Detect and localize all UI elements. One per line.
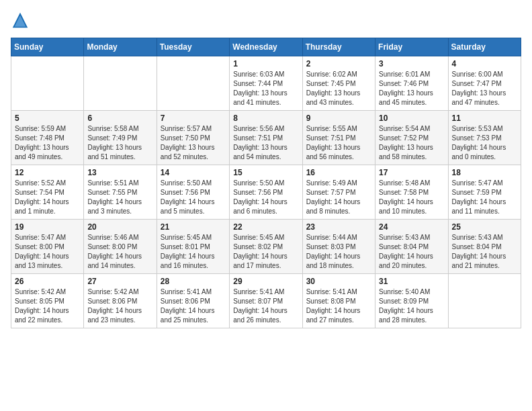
calendar-cell: 21Sunrise: 5:45 AM Sunset: 8:01 PM Dayli… [157,220,229,274]
day-number: 8 [233,113,298,123]
calendar-cell: 27Sunrise: 5:42 AM Sunset: 8:06 PM Dayli… [84,274,157,328]
calendar-week-row: 1Sunrise: 6:03 AM Sunset: 7:44 PM Daylig… [11,56,521,111]
day-info: Sunrise: 6:03 AM Sunset: 7:44 PM Dayligh… [233,70,298,107]
day-info: Sunrise: 5:41 AM Sunset: 8:08 PM Dayligh… [306,287,371,325]
day-header: Friday [375,38,448,56]
calendar-cell: 22Sunrise: 5:45 AM Sunset: 8:02 PM Dayli… [230,220,302,274]
day-info: Sunrise: 5:51 AM Sunset: 7:55 PM Dayligh… [87,179,152,216]
calendar-cell: 10Sunrise: 5:54 AM Sunset: 7:52 PM Dayli… [375,111,448,165]
calendar-cell: 29Sunrise: 5:41 AM Sunset: 8:07 PM Dayli… [230,274,302,328]
calendar-table: SundayMondayTuesdayWednesdayThursdayFrid… [11,38,521,328]
day-number: 17 [379,168,444,177]
day-info: Sunrise: 5:40 AM Sunset: 8:09 PM Dayligh… [379,287,444,325]
calendar-cell: 8Sunrise: 5:56 AM Sunset: 7:51 PM Daylig… [230,111,302,165]
calendar-header-row: SundayMondayTuesdayWednesdayThursdayFrid… [11,38,521,56]
page-header [11,11,521,30]
logo-icon [11,11,30,30]
calendar-week-row: 26Sunrise: 5:42 AM Sunset: 8:05 PM Dayli… [11,274,521,328]
day-info: Sunrise: 6:01 AM Sunset: 7:46 PM Dayligh… [379,70,444,107]
day-header: Saturday [448,38,521,56]
day-info: Sunrise: 5:54 AM Sunset: 7:52 PM Dayligh… [379,124,444,162]
day-number: 20 [87,222,152,232]
day-info: Sunrise: 5:58 AM Sunset: 7:49 PM Dayligh… [87,124,152,162]
day-number: 9 [306,113,371,123]
day-number: 10 [379,113,444,123]
day-info: Sunrise: 5:45 AM Sunset: 8:02 PM Dayligh… [233,233,298,271]
calendar-cell: 2Sunrise: 6:02 AM Sunset: 7:45 PM Daylig… [302,56,375,111]
day-info: Sunrise: 5:45 AM Sunset: 8:01 PM Dayligh… [161,233,226,271]
calendar-cell: 3Sunrise: 6:01 AM Sunset: 7:46 PM Daylig… [375,56,448,111]
day-info: Sunrise: 5:50 AM Sunset: 7:56 PM Dayligh… [233,179,298,216]
day-number: 27 [87,277,152,286]
day-info: Sunrise: 6:02 AM Sunset: 7:45 PM Dayligh… [306,70,371,107]
day-number: 7 [161,113,226,123]
day-number: 18 [452,168,517,177]
calendar-cell: 1Sunrise: 6:03 AM Sunset: 7:44 PM Daylig… [230,56,302,111]
calendar-week-row: 12Sunrise: 5:52 AM Sunset: 7:54 PM Dayli… [11,165,521,220]
calendar-week-row: 19Sunrise: 5:47 AM Sunset: 8:00 PM Dayli… [11,220,521,274]
calendar-cell: 4Sunrise: 6:00 AM Sunset: 7:47 PM Daylig… [448,56,521,111]
calendar-cell: 20Sunrise: 5:46 AM Sunset: 8:00 PM Dayli… [84,220,157,274]
day-number: 14 [161,168,226,177]
calendar-cell: 31Sunrise: 5:40 AM Sunset: 8:09 PM Dayli… [375,274,448,328]
calendar-cell: 14Sunrise: 5:50 AM Sunset: 7:56 PM Dayli… [157,165,229,220]
day-info: Sunrise: 5:47 AM Sunset: 8:00 PM Dayligh… [15,233,80,271]
day-number: 13 [87,168,152,177]
day-number: 26 [15,277,80,286]
day-number: 24 [379,222,444,232]
logo [11,11,32,30]
day-header: Wednesday [230,38,302,56]
calendar-cell: 5Sunrise: 5:59 AM Sunset: 7:48 PM Daylig… [11,111,84,165]
day-info: Sunrise: 5:44 AM Sunset: 8:03 PM Dayligh… [306,233,371,271]
calendar-cell: 15Sunrise: 5:50 AM Sunset: 7:56 PM Dayli… [230,165,302,220]
day-info: Sunrise: 5:47 AM Sunset: 7:59 PM Dayligh… [452,179,517,216]
calendar-cell: 17Sunrise: 5:48 AM Sunset: 7:58 PM Dayli… [375,165,448,220]
day-number: 23 [306,222,371,232]
day-info: Sunrise: 5:42 AM Sunset: 8:05 PM Dayligh… [15,287,80,325]
calendar-cell [157,56,229,111]
calendar-cell: 6Sunrise: 5:58 AM Sunset: 7:49 PM Daylig… [84,111,157,165]
day-number: 19 [15,222,80,232]
calendar-week-row: 5Sunrise: 5:59 AM Sunset: 7:48 PM Daylig… [11,111,521,165]
day-info: Sunrise: 5:50 AM Sunset: 7:56 PM Dayligh… [161,179,226,216]
day-number: 3 [379,59,444,68]
calendar-cell: 12Sunrise: 5:52 AM Sunset: 7:54 PM Dayli… [11,165,84,220]
calendar-cell: 19Sunrise: 5:47 AM Sunset: 8:00 PM Dayli… [11,220,84,274]
day-info: Sunrise: 5:59 AM Sunset: 7:48 PM Dayligh… [15,124,80,162]
calendar-cell: 28Sunrise: 5:41 AM Sunset: 8:06 PM Dayli… [157,274,229,328]
day-number: 1 [233,59,298,68]
day-info: Sunrise: 6:00 AM Sunset: 7:47 PM Dayligh… [452,70,517,107]
calendar-cell: 23Sunrise: 5:44 AM Sunset: 8:03 PM Dayli… [302,220,375,274]
day-info: Sunrise: 5:55 AM Sunset: 7:51 PM Dayligh… [306,124,371,162]
day-number: 21 [161,222,226,232]
day-info: Sunrise: 5:57 AM Sunset: 7:50 PM Dayligh… [161,124,226,162]
calendar-cell: 11Sunrise: 5:53 AM Sunset: 7:53 PM Dayli… [448,111,521,165]
day-number: 6 [87,113,152,123]
day-info: Sunrise: 5:41 AM Sunset: 8:07 PM Dayligh… [233,287,298,325]
day-number: 28 [161,277,226,286]
calendar-cell: 7Sunrise: 5:57 AM Sunset: 7:50 PM Daylig… [157,111,229,165]
calendar-cell: 16Sunrise: 5:49 AM Sunset: 7:57 PM Dayli… [302,165,375,220]
calendar-cell: 30Sunrise: 5:41 AM Sunset: 8:08 PM Dayli… [302,274,375,328]
day-info: Sunrise: 5:53 AM Sunset: 7:53 PM Dayligh… [452,124,517,162]
day-number: 12 [15,168,80,177]
day-info: Sunrise: 5:43 AM Sunset: 8:04 PM Dayligh… [452,233,517,271]
day-number: 22 [233,222,298,232]
day-number: 16 [306,168,371,177]
day-number: 29 [233,277,298,286]
day-number: 25 [452,222,517,232]
day-info: Sunrise: 5:52 AM Sunset: 7:54 PM Dayligh… [15,179,80,216]
day-header: Monday [84,38,157,56]
day-info: Sunrise: 5:56 AM Sunset: 7:51 PM Dayligh… [233,124,298,162]
day-number: 11 [452,113,517,123]
day-number: 4 [452,59,517,68]
day-header: Sunday [11,38,84,56]
day-number: 31 [379,277,444,286]
day-info: Sunrise: 5:41 AM Sunset: 8:06 PM Dayligh… [161,287,226,325]
day-info: Sunrise: 5:49 AM Sunset: 7:57 PM Dayligh… [306,179,371,216]
day-info: Sunrise: 5:48 AM Sunset: 7:58 PM Dayligh… [379,179,444,216]
day-number: 5 [15,113,80,123]
day-info: Sunrise: 5:43 AM Sunset: 8:04 PM Dayligh… [379,233,444,271]
calendar-cell: 25Sunrise: 5:43 AM Sunset: 8:04 PM Dayli… [448,220,521,274]
day-number: 15 [233,168,298,177]
